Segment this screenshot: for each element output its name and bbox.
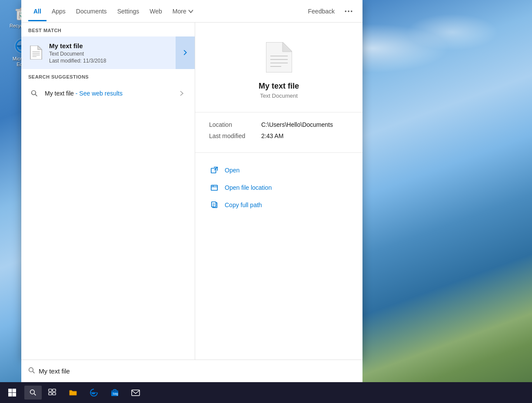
tabs-right: Feedback: [303, 4, 356, 18]
best-match-arrow[interactable]: [176, 36, 195, 69]
tab-documents[interactable]: Documents: [71, 2, 112, 21]
svg-rect-16: [53, 393, 56, 395]
feedback-button[interactable]: Feedback: [303, 4, 340, 18]
svg-point-26: [351, 10, 352, 12]
search-panel: All Apps Documents Settings Web More Fee…: [21, 0, 362, 360]
open-icon: [209, 165, 219, 175]
best-match-item[interactable]: My text file Text Document Last modified…: [21, 36, 195, 69]
tab-web[interactable]: Web: [144, 2, 167, 21]
best-match-info: My text file Text Document Last modified…: [49, 42, 188, 64]
svg-rect-7: [8, 389, 12, 393]
svg-rect-21: [132, 390, 140, 396]
location-value: C:\Users\Hello\Documents: [261, 121, 333, 128]
copy-full-path-icon: [209, 200, 219, 210]
tab-settings[interactable]: Settings: [112, 2, 145, 21]
svg-text:bag: bag: [113, 392, 118, 396]
left-panel: Best match My text file Text Documen: [21, 23, 195, 360]
svg-rect-10: [13, 393, 17, 397]
taskbar-search[interactable]: [24, 386, 42, 400]
svg-line-34: [35, 94, 37, 96]
best-match-date: Last modified: 11/3/2018: [49, 58, 188, 64]
svg-rect-9: [8, 393, 12, 397]
file-preview: My text file Text Document: [195, 23, 362, 112]
best-match-title: My text file: [49, 42, 188, 50]
svg-point-22: [29, 367, 33, 372]
right-panel: My text file Text Document Location C:\U…: [195, 23, 362, 360]
file-icon-large: [264, 40, 294, 75]
svg-line-12: [34, 393, 36, 395]
svg-point-11: [30, 390, 35, 394]
svg-point-33: [32, 90, 36, 95]
last-modified-row: Last modified 2:43 AM: [209, 132, 349, 139]
open-action[interactable]: Open: [209, 162, 349, 179]
svg-point-24: [345, 10, 346, 12]
svg-rect-14: [53, 389, 56, 391]
search-box-area: [21, 360, 362, 382]
file-explorer-button[interactable]: [63, 382, 83, 403]
suggestion-text: My text file - See web results: [45, 90, 176, 97]
tab-more[interactable]: More: [167, 2, 199, 21]
store-button[interactable]: bag: [104, 382, 125, 403]
search-suggestion-icon: [28, 87, 40, 99]
last-modified-value: 2:43 AM: [261, 132, 283, 139]
last-modified-label: Last modified: [209, 132, 261, 139]
copy-full-path-label: Copy full path: [225, 202, 262, 208]
svg-point-25: [348, 10, 349, 12]
search-suggestion-item[interactable]: My text file - See web results: [21, 83, 195, 104]
more-options-button[interactable]: [342, 4, 356, 18]
task-view-button[interactable]: [42, 382, 63, 403]
mail-button[interactable]: [125, 382, 146, 403]
open-file-location-action[interactable]: Open file location: [209, 179, 349, 196]
location-row: Location C:\Users\Hello\Documents: [209, 121, 349, 128]
file-metadata: Location C:\Users\Hello\Documents Last m…: [195, 112, 362, 153]
svg-marker-28: [38, 46, 42, 50]
best-match-subtitle: Text Document: [49, 51, 188, 57]
search-tabs: All Apps Documents Settings Web More Fee…: [21, 0, 362, 23]
search-input[interactable]: [39, 367, 356, 375]
detail-file-type: Text Document: [260, 92, 298, 99]
file-actions: Open Open file location: [195, 153, 362, 222]
tab-all[interactable]: All: [28, 2, 47, 21]
search-box-icon: [28, 367, 35, 376]
search-suggestions-label: Search suggestions: [21, 69, 195, 83]
search-main-content: Best match My text file Text Documen: [21, 23, 362, 360]
best-match-label: Best match: [21, 23, 195, 36]
copy-full-path-action[interactable]: Copy full path: [209, 196, 349, 214]
start-button[interactable]: [2, 382, 23, 403]
svg-marker-36: [283, 42, 292, 52]
svg-rect-15: [49, 393, 52, 395]
open-file-location-label: Open file location: [225, 184, 272, 191]
svg-rect-8: [13, 389, 17, 393]
suggestion-arrow[interactable]: [176, 87, 188, 99]
svg-marker-35: [266, 42, 292, 73]
open-label: Open: [225, 167, 239, 174]
svg-rect-13: [49, 389, 52, 391]
best-match-file-icon: [28, 45, 44, 60]
tab-apps[interactable]: Apps: [47, 2, 71, 21]
taskbar: bag: [0, 382, 532, 403]
svg-rect-43: [211, 185, 217, 191]
svg-line-3: [19, 12, 20, 19]
edge-taskbar-button[interactable]: [83, 382, 104, 403]
open-file-location-icon: [209, 182, 219, 193]
location-label: Location: [209, 121, 261, 128]
detail-file-name: My text file: [259, 82, 299, 91]
svg-line-23: [33, 371, 34, 373]
